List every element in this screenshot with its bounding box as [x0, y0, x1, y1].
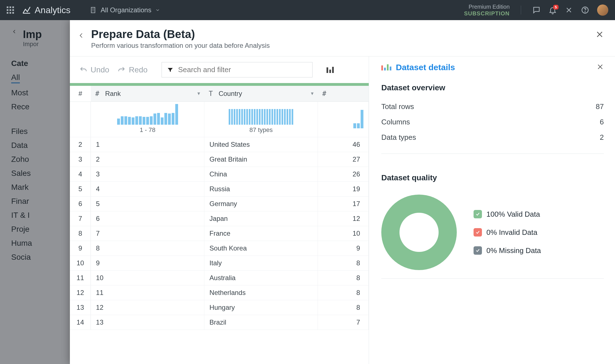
- topbar: Analytics All Organizations Premium Edit…: [0, 0, 615, 20]
- col-label: Country: [219, 90, 242, 97]
- cell-country: Great Britain: [204, 152, 318, 167]
- help-icon[interactable]: [581, 6, 589, 14]
- cell-rank: 9: [91, 256, 204, 271]
- table-row[interactable]: 1110Australia8: [70, 271, 369, 285]
- chevron-down-icon[interactable]: ▼: [310, 91, 314, 96]
- cell-rank: 2: [91, 152, 204, 167]
- cell-rank: 5: [91, 197, 204, 211]
- search-box[interactable]: [162, 62, 313, 77]
- col-histogram-country: [209, 105, 313, 125]
- org-picker-label: All Organizations: [101, 6, 151, 14]
- table-row[interactable]: 1211Netherlands8: [70, 285, 369, 300]
- kv-label: Columns: [381, 118, 410, 126]
- col-label: Rank: [105, 90, 121, 97]
- table-row[interactable]: 65Germany17: [70, 197, 369, 211]
- cell-gold: 26: [318, 167, 369, 182]
- divider: [381, 153, 604, 154]
- table-row[interactable]: 1413Brazil7: [70, 315, 369, 330]
- cell-rank: 12: [91, 300, 204, 315]
- cell-rownum: 4: [70, 167, 91, 182]
- undo-icon: [79, 66, 87, 74]
- histogram-row: 1 - 78 87 types: [70, 102, 369, 137]
- col-type-icon: T: [209, 90, 213, 98]
- svg-point-2: [585, 12, 585, 12]
- col-header-gold[interactable]: #: [318, 86, 369, 102]
- avatar[interactable]: [597, 4, 608, 16]
- cell-country: Italy: [204, 256, 318, 271]
- cell-gold: 19: [318, 182, 369, 197]
- search-input[interactable]: [178, 65, 307, 74]
- modal-header: Prepare Data (Beta) Perform various tran…: [70, 20, 615, 56]
- kv-value: 2: [600, 133, 604, 142]
- data-grid-pane: Undo Redo: [70, 56, 369, 364]
- cell-rownum: 3: [70, 152, 91, 167]
- cell-rank: 7: [91, 226, 204, 241]
- cell-rownum: 5: [70, 182, 91, 197]
- cell-rownum: 10: [70, 256, 91, 271]
- notification-badge: 5: [553, 5, 559, 10]
- legend-invalid: 0% Invalid Data: [474, 228, 541, 237]
- details-close-button[interactable]: [597, 63, 604, 72]
- redo-icon: [118, 66, 126, 74]
- kv-dtypes: Data types 2: [381, 130, 604, 145]
- column-stats-icon[interactable]: [327, 67, 334, 73]
- edition-bottom: SUBSCRIPTION: [464, 10, 510, 17]
- col-header-country[interactable]: T Country ▼: [204, 86, 318, 102]
- modal-subtitle: Perform various transformation on your d…: [91, 42, 270, 49]
- cell-rownum: 7: [70, 211, 91, 226]
- modal-back-button[interactable]: [78, 28, 84, 41]
- table-row[interactable]: 32Great Britain27: [70, 152, 369, 167]
- header-row: # # Rank ▼ T Country ▼ #: [70, 86, 369, 102]
- filter-icon: [167, 67, 174, 73]
- cell-country: Brazil: [204, 315, 318, 330]
- table-row[interactable]: 98South Korea9: [70, 241, 369, 256]
- notifications-icon[interactable]: 5: [548, 6, 557, 14]
- table-row[interactable]: 43China26: [70, 167, 369, 182]
- kv-label: Total rows: [381, 102, 414, 111]
- cell-gold: 7: [318, 315, 369, 330]
- apps-launcher-icon[interactable]: [7, 6, 14, 14]
- chat-icon[interactable]: [532, 6, 541, 14]
- undo-button[interactable]: Undo: [79, 65, 109, 74]
- cell-country: Hungary: [204, 300, 318, 315]
- cell-rank: 11: [91, 285, 204, 300]
- table-row[interactable]: 76Japan12: [70, 211, 369, 226]
- quality-legend: 100% Valid Data 0% Invalid Data 0% Missi…: [474, 210, 541, 255]
- chevron-down-icon: [155, 8, 160, 13]
- col-type-icon: #: [322, 90, 326, 98]
- table-row[interactable]: 54Russia19: [70, 182, 369, 197]
- quality-donut-chart: [381, 195, 457, 270]
- brand[interactable]: Analytics: [22, 5, 70, 15]
- table-row[interactable]: 87France10: [70, 226, 369, 241]
- cell-rownum: 8: [70, 226, 91, 241]
- check-icon: [474, 228, 482, 237]
- grid-toolbar: Undo Redo: [70, 56, 369, 83]
- col-header-rank[interactable]: # Rank ▼: [91, 86, 204, 102]
- data-grid: # # Rank ▼ T Country ▼ #: [70, 83, 369, 330]
- cell-country: South Korea: [204, 241, 318, 256]
- modal-close-button[interactable]: [595, 28, 604, 40]
- cell-rownum: 11: [70, 271, 91, 285]
- tools-icon[interactable]: [565, 6, 573, 14]
- edition-top: Premium Edition: [464, 3, 510, 10]
- cell-rownum: 6: [70, 197, 91, 211]
- chevron-down-icon[interactable]: ▼: [197, 91, 201, 96]
- check-icon: [474, 246, 482, 255]
- org-picker[interactable]: All Organizations: [89, 6, 160, 14]
- cell-country: Germany: [204, 197, 318, 211]
- legend-label: 0% Missing Data: [486, 246, 541, 255]
- cell-country: Australia: [204, 271, 318, 285]
- table-row[interactable]: 109Italy8: [70, 256, 369, 271]
- quality-title: Dataset quality: [381, 173, 604, 182]
- cell-rank: 4: [91, 182, 204, 197]
- edition-badge[interactable]: Premium Edition SUBSCRIPTION: [464, 3, 510, 17]
- col-header-rownum[interactable]: #: [70, 86, 91, 102]
- col-histogram-rank: [96, 105, 199, 125]
- table-row[interactable]: 21United States46: [70, 137, 369, 152]
- redo-button[interactable]: Redo: [118, 65, 148, 74]
- cell-country: China: [204, 167, 318, 182]
- cell-rownum: 12: [70, 285, 91, 300]
- cell-country: United States: [204, 137, 318, 152]
- table-row[interactable]: 1312Hungary8: [70, 300, 369, 315]
- cell-rownum: 13: [70, 300, 91, 315]
